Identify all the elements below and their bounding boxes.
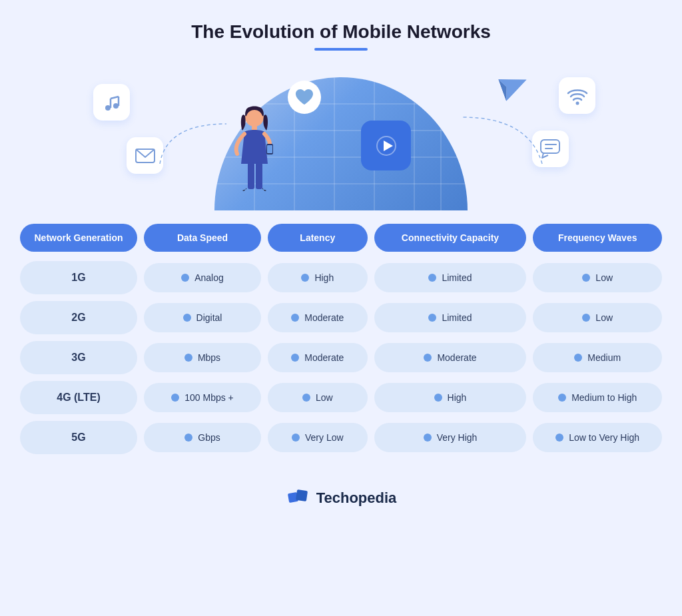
dot-icon <box>428 274 436 282</box>
frequency-5g: Low to Very High <box>533 423 662 452</box>
speed-1g: Analog <box>144 263 261 292</box>
speed-2g: Digital <box>144 303 261 332</box>
speed-4g: 100 Mbps + <box>144 383 261 412</box>
dot-icon <box>582 274 590 282</box>
dot-icon <box>292 434 300 442</box>
dashed-curve-left <box>153 117 233 170</box>
paper-plane-icon <box>498 70 533 105</box>
table-row: 3G Mbps Moderate Moderate Medium <box>20 341 662 374</box>
frequency-2g: Low <box>533 303 662 332</box>
connectivity-4g: High <box>374 383 527 412</box>
latency-2g: Moderate <box>268 303 368 332</box>
table-row: 2G Digital Moderate Limited Low <box>20 301 662 334</box>
latency-5g: Very Low <box>268 423 368 452</box>
latency-4g: Low <box>268 383 368 412</box>
svg-line-16 <box>111 97 119 99</box>
dot-icon <box>181 274 189 282</box>
latency-1g: High <box>268 263 368 292</box>
svg-rect-29 <box>256 162 262 189</box>
table-row: 1G Analog High Limited Low <box>20 261 662 294</box>
header-section: The Evolution of Mobile Networks <box>0 0 682 64</box>
table-row: 4G (LTE) 100 Mbps + Low High Medium to H… <box>20 381 662 414</box>
dashed-curve-right <box>456 111 549 170</box>
gen-5g: 5G <box>20 421 137 454</box>
col-header-data-speed: Data Speed <box>144 224 261 252</box>
speed-3g: Mbps <box>144 343 261 372</box>
brand-name: Techopedia <box>316 489 397 507</box>
gen-2g: 2G <box>20 301 137 334</box>
page-title: The Evolution of Mobile Networks <box>13 21 669 43</box>
table-header: Network Generation Data Speed Latency Co… <box>20 224 662 252</box>
speed-5g: Gbps <box>144 423 261 452</box>
brand-logo-icon <box>286 486 310 510</box>
wifi-icon <box>559 77 595 114</box>
title-underline <box>314 48 368 51</box>
dot-icon <box>184 434 192 442</box>
dot-icon <box>555 434 563 442</box>
dot-icon <box>302 394 310 402</box>
frequency-3g: Medium <box>533 343 662 372</box>
latency-3g: Moderate <box>268 343 368 372</box>
dot-icon <box>171 394 179 402</box>
dot-icon <box>424 434 432 442</box>
dot-icon <box>424 354 432 362</box>
svg-marker-23 <box>384 141 393 151</box>
connectivity-5g: Very High <box>374 423 527 452</box>
table-body: 1G Analog High Limited Low <box>20 261 662 454</box>
footer-brand: Techopedia <box>0 474 682 517</box>
dot-icon <box>434 394 442 402</box>
table-section: Network Generation Data Speed Latency Co… <box>0 210 682 474</box>
gen-3g: 3G <box>20 341 137 374</box>
svg-point-18 <box>575 101 579 105</box>
dot-icon <box>428 314 436 322</box>
svg-rect-32 <box>296 489 308 501</box>
svg-rect-27 <box>267 145 272 153</box>
dot-icon <box>574 354 582 362</box>
frequency-1g: Low <box>533 263 662 292</box>
col-header-connectivity: Connectivity Capacity <box>374 224 527 252</box>
heart-bubble-icon <box>288 81 321 114</box>
dot-icon <box>301 274 309 282</box>
play-icon <box>361 121 411 170</box>
col-header-frequency: Frequency Waves <box>533 224 662 252</box>
dot-icon <box>184 354 192 362</box>
connectivity-3g: Moderate <box>374 343 527 372</box>
dot-icon <box>558 394 566 402</box>
frequency-4g: Medium to High <box>533 383 662 412</box>
connectivity-1g: Limited <box>374 263 527 292</box>
dot-icon <box>291 314 299 322</box>
dot-icon <box>582 314 590 322</box>
col-header-latency: Latency <box>268 224 368 252</box>
woman-figure <box>228 104 281 210</box>
svg-rect-28 <box>248 162 254 189</box>
music-icon <box>93 84 130 121</box>
col-header-generation: Network Generation <box>20 224 137 252</box>
table-row: 5G Gbps Very Low Very High Low to Very H… <box>20 421 662 454</box>
dot-icon <box>291 354 299 362</box>
connectivity-2g: Limited <box>374 303 527 332</box>
gen-1g: 1G <box>20 261 137 294</box>
gen-4g: 4G (LTE) <box>20 381 137 414</box>
page-container: The Evolution of Mobile Networks <box>0 0 682 616</box>
hero-section <box>0 64 682 210</box>
dot-icon <box>183 314 191 322</box>
